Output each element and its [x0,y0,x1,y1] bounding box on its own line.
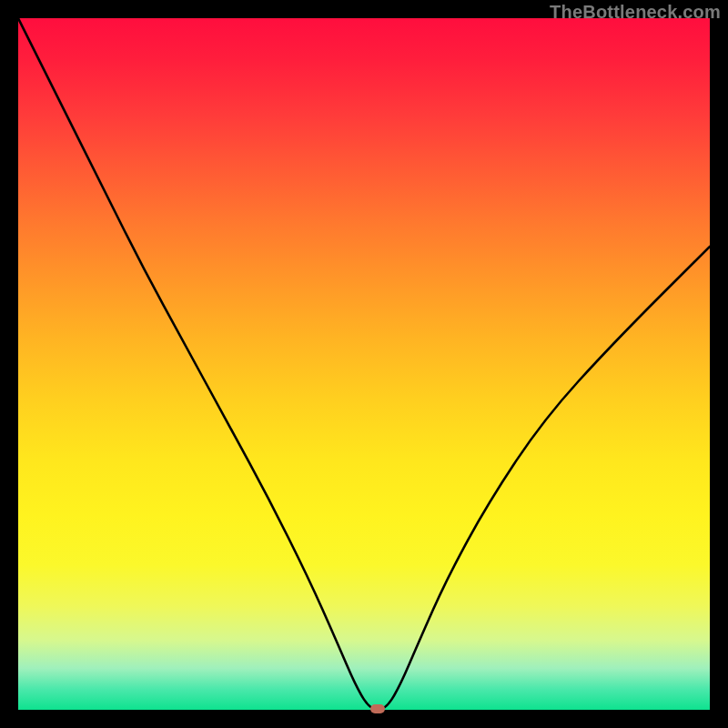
watermark-text: TheBottleneck.com [550,2,721,23]
chart-frame: TheBottleneck.com [0,0,728,728]
curve-path [18,18,710,710]
plot-area [18,18,710,710]
bottleneck-curve [18,18,710,710]
minimum-marker [370,704,385,713]
